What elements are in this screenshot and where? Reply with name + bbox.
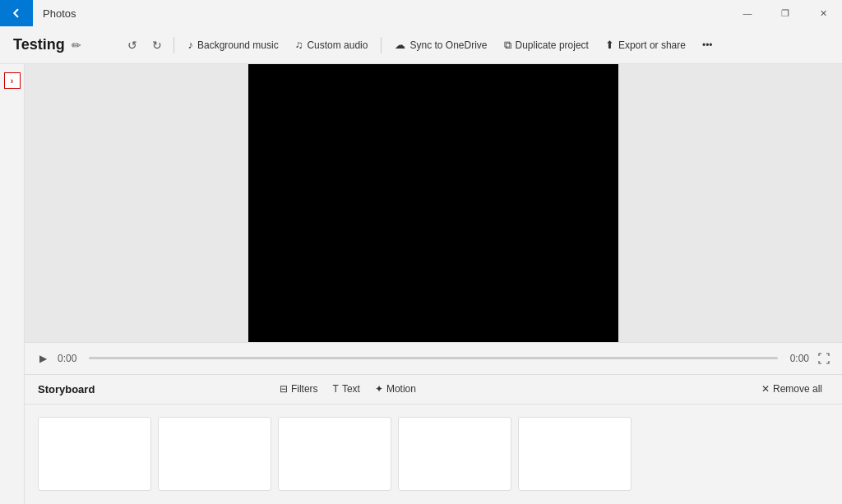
duplicate-project-button[interactable]: ⧉ Duplicate project [496, 35, 597, 55]
playback-bar: ▶ 0:00 0:00 [25, 342, 842, 374]
time-current: 0:00 [58, 353, 82, 364]
video-area [25, 64, 842, 342]
sync-onedrive-label: Sync to OneDrive [409, 39, 487, 51]
main-content: › ▶ 0:00 0:00 Storyboard [0, 64, 842, 504]
motion-label: Motion [386, 383, 416, 395]
remove-all-label: Remove all [773, 383, 822, 395]
maximize-button[interactable]: ❐ [766, 0, 804, 26]
cloud-icon: ☁ [395, 39, 405, 51]
app-title: Photos [43, 7, 76, 20]
undo-redo-group: ↺ ↻ [121, 34, 169, 57]
filter-icon: ⊟ [280, 383, 288, 395]
remove-all-button[interactable]: ✕ Remove all [755, 381, 829, 397]
storyboard-panel: Storyboard ⊟ Filters T Text ✦ Motion [25, 374, 842, 504]
header-left: Testing ✏ [13, 36, 121, 53]
window-controls: — ❐ ✕ [729, 0, 842, 26]
storyboard-clip[interactable] [278, 417, 391, 491]
sidebar-panel: › [0, 64, 25, 504]
undo-button[interactable]: ↺ [121, 34, 144, 57]
more-options-button[interactable]: ••• [694, 36, 721, 54]
export-share-label: Export or share [618, 39, 686, 51]
custom-audio-button[interactable]: ♫ Custom audio [287, 35, 377, 54]
storyboard-clip[interactable] [158, 417, 271, 491]
divider-2 [381, 37, 382, 53]
text-icon: T [333, 383, 339, 395]
motion-button[interactable]: ✦ Motion [368, 381, 423, 397]
divider-1 [173, 37, 174, 53]
timeline-track[interactable] [89, 357, 778, 359]
storyboard-clip[interactable] [398, 417, 511, 491]
storyboard-header: Storyboard ⊟ Filters T Text ✦ Motion [25, 375, 842, 405]
minimize-button[interactable]: — [729, 0, 766, 26]
duplicate-project-label: Duplicate project [516, 39, 589, 51]
share-icon: ⬆ [605, 39, 614, 51]
redo-button[interactable]: ↻ [146, 34, 169, 57]
background-music-button[interactable]: ♪ Background music [179, 35, 286, 54]
back-button[interactable] [0, 0, 33, 26]
audio-icon: ♫ [295, 39, 303, 51]
text-button[interactable]: T Text [326, 381, 367, 397]
storyboard-clips [25, 405, 842, 504]
header-center-controls: ↺ ↻ ♪ Background music ♫ Custom audio ☁ … [121, 34, 720, 57]
music-icon: ♪ [187, 39, 193, 51]
fullscreen-button[interactable] [816, 350, 832, 367]
title-bar-left: Photos [0, 0, 76, 26]
project-title: Testing [13, 36, 65, 53]
more-icon: ••• [702, 39, 713, 51]
time-total: 0:00 [784, 353, 809, 364]
header-toolbar: Testing ✏ ↺ ↻ ♪ Background music ♫ Custo… [0, 26, 842, 64]
expand-sidebar-button[interactable]: › [4, 72, 21, 89]
storyboard-clip[interactable] [38, 417, 151, 491]
filters-button[interactable]: ⊟ Filters [273, 381, 325, 397]
filters-label: Filters [291, 383, 318, 395]
background-music-label: Background music [197, 39, 279, 51]
title-bar: Photos — ❐ ✕ [0, 0, 842, 26]
storyboard-clip[interactable] [518, 417, 632, 491]
remove-all-close-icon: ✕ [761, 383, 770, 395]
sync-onedrive-button[interactable]: ☁ Sync to OneDrive [386, 35, 495, 54]
storyboard-tools: ⊟ Filters T Text ✦ Motion ✕ Remove all [273, 381, 829, 397]
copy-icon: ⧉ [504, 39, 511, 52]
close-button[interactable]: ✕ [804, 0, 842, 26]
content-area: ▶ 0:00 0:00 Storyboard ⊟ Filte [25, 64, 842, 504]
custom-audio-label: Custom audio [307, 39, 368, 51]
play-button[interactable]: ▶ [35, 350, 51, 367]
motion-icon: ✦ [375, 383, 383, 395]
storyboard-title: Storyboard [38, 383, 95, 395]
text-label: Text [342, 383, 360, 395]
export-share-button[interactable]: ⬆ Export or share [597, 35, 694, 54]
edit-icon[interactable]: ✏ [72, 39, 81, 52]
video-preview [248, 64, 618, 342]
